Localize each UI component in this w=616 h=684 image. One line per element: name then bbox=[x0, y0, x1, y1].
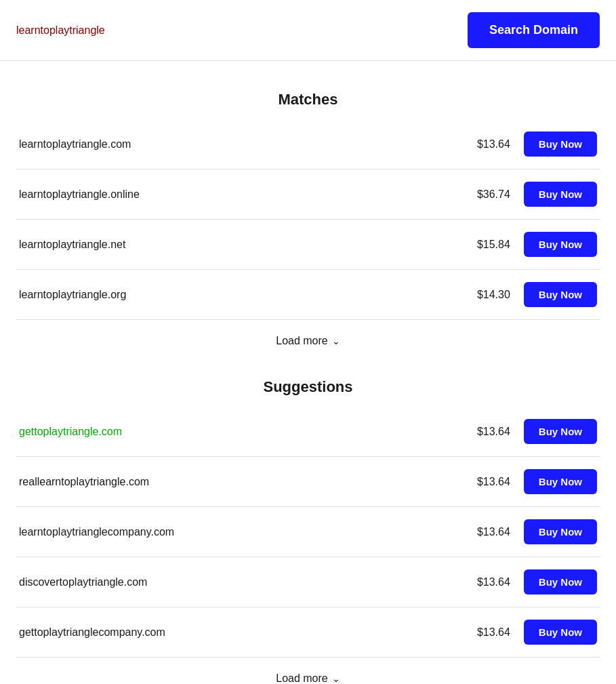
domain-name: discovertoplaytriangle.com bbox=[19, 576, 470, 588]
buy-now-button[interactable]: Buy Now bbox=[524, 620, 597, 645]
domain-price: $13.64 bbox=[470, 526, 510, 538]
domain-price: $15.84 bbox=[470, 239, 510, 251]
suggestions-load-more-container: Load more ⌄ bbox=[16, 658, 600, 684]
buy-now-button[interactable]: Buy Now bbox=[524, 519, 597, 544]
table-row: reallearntoplaytriangle.com $13.64 Buy N… bbox=[16, 457, 600, 507]
matches-load-more-container: Load more ⌄ bbox=[16, 320, 600, 362]
domain-name: learntoplaytriangle.com bbox=[19, 138, 470, 150]
domain-price: $13.64 bbox=[470, 426, 510, 438]
domain-name: gettoplaytriangle.com bbox=[19, 426, 470, 438]
domain-price: $13.64 bbox=[470, 138, 510, 150]
buy-now-button[interactable]: Buy Now bbox=[524, 132, 597, 157]
search-domain-button[interactable]: Search Domain bbox=[468, 12, 600, 48]
buy-now-button[interactable]: Buy Now bbox=[524, 232, 597, 257]
table-row: learntoplaytriangle.net $15.84 Buy Now bbox=[16, 220, 600, 270]
domain-price: $36.74 bbox=[470, 188, 510, 201]
table-row: learntoplaytriangle.online $36.74 Buy No… bbox=[16, 169, 600, 220]
header: Search Domain bbox=[0, 0, 616, 61]
suggestions-load-more-label: Load more bbox=[276, 672, 328, 684]
chevron-down-icon: ⌄ bbox=[332, 336, 340, 346]
domain-price: $13.64 bbox=[470, 476, 510, 488]
domain-name: gettoplaytrianglecompany.com bbox=[19, 626, 470, 639]
buy-now-button[interactable]: Buy Now bbox=[524, 419, 597, 444]
domain-name: learntoplaytriangle.org bbox=[19, 289, 470, 301]
suggestions-list: gettoplaytriangle.com $13.64 Buy Now rea… bbox=[16, 407, 600, 658]
table-row: gettoplaytriangle.com $13.64 Buy Now bbox=[16, 407, 600, 457]
domain-name: learntoplaytriangle.online bbox=[19, 188, 470, 201]
suggestions-section-title: Suggestions bbox=[16, 378, 600, 396]
domain-price: $13.64 bbox=[470, 576, 510, 588]
domain-name: reallearntoplaytriangle.com bbox=[19, 476, 470, 488]
chevron-down-icon-2: ⌄ bbox=[332, 673, 340, 684]
search-input[interactable] bbox=[16, 24, 287, 37]
table-row: learntoplaytriangle.org $14.30 Buy Now bbox=[16, 270, 600, 320]
domain-price: $14.30 bbox=[470, 289, 510, 301]
table-row: discovertoplaytriangle.com $13.64 Buy No… bbox=[16, 557, 600, 607]
domain-name: learntoplaytriangle.net bbox=[19, 239, 470, 251]
matches-load-more-label: Load more bbox=[276, 335, 328, 347]
domain-name: learntoplaytrianglecompany.com bbox=[19, 526, 470, 538]
buy-now-button[interactable]: Buy Now bbox=[524, 182, 597, 207]
main-content: Matches learntoplaytriangle.com $13.64 B… bbox=[0, 61, 616, 684]
buy-now-button[interactable]: Buy Now bbox=[524, 569, 597, 595]
matches-load-more-button[interactable]: Load more ⌄ bbox=[276, 335, 340, 347]
table-row: gettoplaytrianglecompany.com $13.64 Buy … bbox=[16, 607, 600, 658]
domain-price: $13.64 bbox=[470, 626, 510, 639]
matches-list: learntoplaytriangle.com $13.64 Buy Now l… bbox=[16, 119, 600, 320]
buy-now-button[interactable]: Buy Now bbox=[524, 469, 597, 494]
table-row: learntoplaytriangle.com $13.64 Buy Now bbox=[16, 119, 600, 169]
table-row: learntoplaytrianglecompany.com $13.64 Bu… bbox=[16, 507, 600, 557]
buy-now-button[interactable]: Buy Now bbox=[524, 282, 597, 307]
suggestions-load-more-button[interactable]: Load more ⌄ bbox=[276, 672, 340, 684]
matches-section-title: Matches bbox=[16, 91, 600, 108]
